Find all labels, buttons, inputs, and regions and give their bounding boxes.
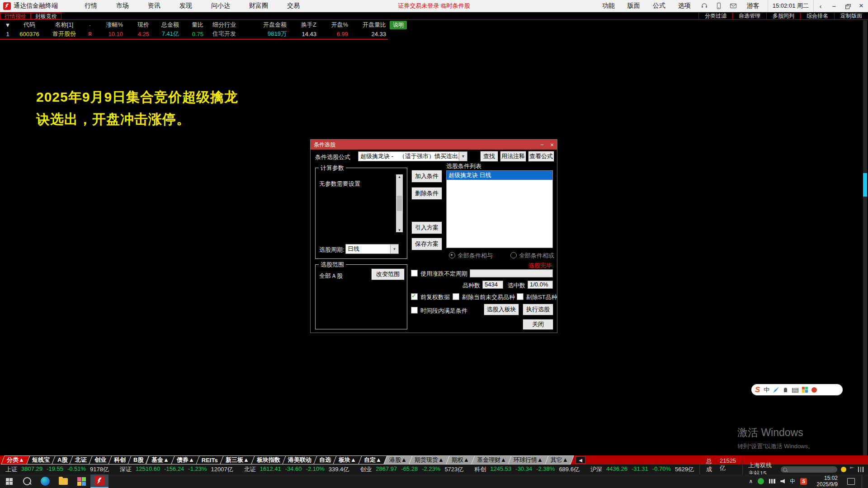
execute-selection-button[interactable]: 执行选股 [523, 304, 553, 315]
menu-item[interactable]: 问小达 [202, 2, 240, 10]
microphone-icon[interactable] [784, 388, 787, 392]
market-tab[interactable]: 自定▲ [358, 455, 387, 465]
index-quote[interactable]: 科创 1245.53 -30.34 -2.38% 689.6亿 [469, 465, 585, 474]
column-header[interactable]: ▼ [0, 22, 15, 28]
toolbar-item[interactable]: 定制版面 [834, 13, 868, 19]
market-tab[interactable]: 环球行情▲ [508, 455, 549, 465]
import-plan-button[interactable]: 引入方案 [412, 222, 442, 234]
tdx-app-button[interactable] [90, 474, 108, 488]
column-header[interactable]: 量比 [180, 21, 204, 29]
params-scrollbar[interactable]: ▴ ▾ [396, 174, 403, 232]
market-tab[interactable]: 期权▲ [446, 455, 475, 465]
antivirus-tray-icon[interactable] [758, 478, 764, 484]
find-button[interactable]: 查找 [481, 151, 498, 161]
market-tab[interactable]: 板块▲ [333, 455, 362, 465]
market-tab[interactable]: 新三板▲ [220, 455, 255, 465]
index-quote[interactable]: 创业 2867.97 -65.28 -2.23% 5723亿 [354, 465, 469, 474]
sogou-logo-icon[interactable]: S [755, 385, 760, 394]
checkbox-exclude-st[interactable]: 剔除ST品种 [517, 293, 557, 301]
menu-item[interactable]: 市场 [107, 2, 138, 10]
toolbar-item[interactable]: 多股同列 [766, 13, 800, 19]
tab-quote-report[interactable]: 行情报价 [0, 13, 31, 19]
column-header[interactable]: 涨幅% [95, 21, 124, 29]
radio-all-and[interactable]: 全部条件相与 [449, 252, 493, 260]
scroll-thumb[interactable] [863, 173, 867, 197]
ime-toolbar[interactable]: S 中 [751, 384, 843, 395]
scroll-down-icon[interactable]: ▾ [398, 228, 401, 232]
market-tab[interactable]: 其它▲ [545, 455, 574, 465]
market-tab[interactable]: 分类▲ [1, 455, 30, 465]
menu-item[interactable]: 功能 [596, 2, 621, 10]
checkbox-updown-period[interactable]: 使用涨跌不定周期 [411, 270, 467, 278]
period-select[interactable]: 日线 ▾ [345, 244, 399, 254]
search-input[interactable] [781, 466, 837, 473]
apps-grid-icon[interactable] [802, 387, 808, 393]
checkbox-exclude-untraded[interactable]: 剔除当前未交易品种 [453, 293, 515, 301]
menu-item[interactable]: 行情 [75, 2, 107, 10]
message-icon[interactable] [730, 2, 737, 9]
handwriting-icon[interactable] [773, 387, 779, 393]
minimize-button[interactable]: − [827, 1, 841, 11]
menu-item[interactable]: 发现 [170, 2, 202, 10]
change-range-button[interactable]: 改变范围 [372, 269, 404, 280]
scroll-up-icon[interactable]: ▴ [398, 174, 401, 179]
start-button[interactable] [0, 474, 18, 488]
edge-browser-button[interactable] [36, 474, 54, 488]
toolbar-item[interactable]: 综合排名 [800, 13, 834, 19]
network-icon[interactable] [769, 479, 775, 483]
market-tab[interactable]: 短线宝 [26, 455, 56, 465]
column-header[interactable]: 开盘量比 [349, 21, 387, 29]
close-dialog-button[interactable]: 关闭 [523, 319, 553, 329]
save-plan-button[interactable]: 保存方案 [412, 238, 442, 250]
table-row[interactable]: 1600376首开股份R10.104.257.41亿0.75住宅开发9819万1… [0, 29, 387, 38]
connection-signal-icon[interactable] [858, 467, 863, 472]
updown-period-input[interactable] [470, 269, 553, 277]
settings-icon[interactable] [811, 387, 817, 393]
market-tab[interactable]: 债券▲ [171, 455, 200, 465]
index-quote[interactable]: 深证 12510.60 -156.24 -1.23% 12007亿 [114, 465, 239, 474]
column-header[interactable]: 名称[1] [43, 21, 85, 29]
checkbox-time-range[interactable]: 时间段内满足条件 [411, 307, 467, 315]
ime-indicator[interactable]: 中 [790, 478, 795, 485]
market-tab[interactable]: 基金理财▲ [471, 455, 512, 465]
add-condition-button[interactable]: 加入条件 [412, 170, 442, 182]
taskbar-clock[interactable]: 15:02 2025/9/9 [812, 475, 842, 488]
toolbar-item[interactable]: 分类过滤 [698, 13, 732, 19]
menu-item[interactable]: 财富圈 [240, 2, 278, 10]
delete-condition-button[interactable]: 删除条件 [412, 188, 442, 199]
flag-icon[interactable] [850, 467, 854, 472]
collapse-button[interactable]: ‹ [814, 1, 827, 11]
market-tab[interactable]: 板块指数 [251, 455, 286, 465]
view-formula-button[interactable]: 查看公式 [528, 151, 554, 161]
description-badge[interactable]: 说明 [390, 21, 407, 29]
usage-note-button[interactable]: 用法注释 [500, 151, 526, 161]
dialog-close-button[interactable]: × [547, 141, 557, 148]
tip-icon[interactable] [841, 467, 846, 472]
column-header[interactable]: 换手Z [288, 21, 317, 29]
column-header[interactable]: · [85, 22, 95, 28]
column-header[interactable]: 细分行业 [204, 21, 244, 29]
checkbox-forward-adjusted[interactable]: ✓前复权数据 [411, 293, 450, 301]
menu-item[interactable]: 公式 [646, 2, 672, 10]
market-tab[interactable]: 港股▲ [383, 455, 413, 465]
menu-item[interactable]: 资讯 [138, 2, 170, 10]
ime-mode-indicator[interactable]: 中 [764, 386, 769, 394]
customer-service-icon[interactable] [701, 2, 708, 9]
tab-limit-auction[interactable]: 封板竞价 [31, 13, 61, 19]
main-vertical-scrollbar[interactable] [863, 20, 867, 455]
market-tab[interactable]: 基金▲ [146, 455, 175, 465]
sogou-tray-icon[interactable]: S [800, 478, 807, 485]
market-tab[interactable]: 期货现货▲ [409, 455, 450, 465]
toolbar-item[interactable]: 自选管理 [732, 13, 766, 19]
show-desktop-button[interactable] [862, 474, 864, 488]
keyboard-icon[interactable] [792, 388, 798, 393]
mobile-app-icon[interactable] [715, 2, 722, 9]
close-button[interactable]: × [854, 0, 868, 11]
market-tab[interactable]: REITs [196, 455, 224, 465]
menu-item[interactable]: 选项 [672, 2, 697, 10]
tab-scroll-left-icon[interactable]: ◀ [576, 456, 585, 464]
dialog-minimize-button[interactable]: − [537, 141, 547, 148]
scroll-thumb[interactable] [397, 196, 402, 211]
index-quote[interactable]: 上证 3807.29 -19.55 -0.51% 9178亿 [0, 465, 114, 474]
column-header[interactable]: 开盘金额 [244, 21, 288, 29]
